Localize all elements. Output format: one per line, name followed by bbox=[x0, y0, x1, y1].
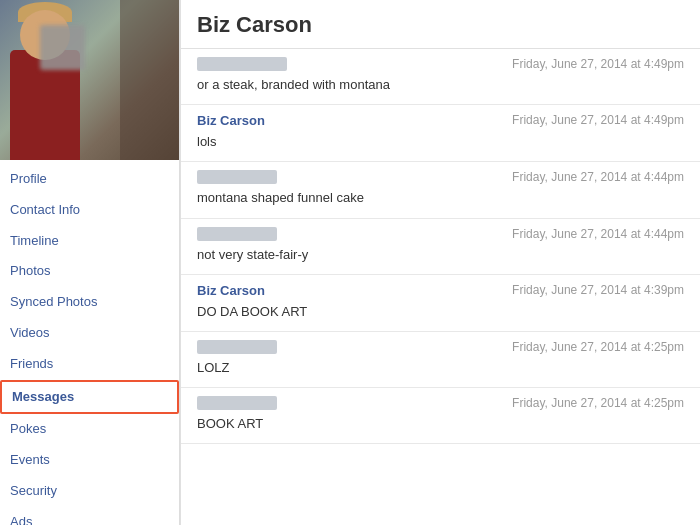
message-sender: Biz Carson bbox=[197, 283, 265, 298]
face-blur bbox=[40, 25, 85, 70]
message-row: Biz CarsonFriday, June 27, 2014 at 4:49p… bbox=[197, 113, 684, 128]
sidebar-item-messages[interactable]: Messages bbox=[0, 380, 179, 415]
message-row: Friday, June 27, 2014 at 4:25pm bbox=[197, 340, 684, 354]
sidebar-item-friends[interactable]: Friends bbox=[0, 349, 179, 380]
message-avatar bbox=[197, 170, 277, 184]
sidebar: ProfileContact InfoTimelinePhotosSynced … bbox=[0, 0, 180, 525]
message-row: Friday, June 27, 2014 at 4:25pm bbox=[197, 396, 684, 410]
message-row: Friday, June 27, 2014 at 4:49pm bbox=[197, 57, 684, 71]
sidebar-item-timeline[interactable]: Timeline bbox=[0, 226, 179, 257]
message-row: Biz CarsonFriday, June 27, 2014 at 4:39p… bbox=[197, 283, 684, 298]
message-timestamp: Friday, June 27, 2014 at 4:49pm bbox=[512, 57, 684, 71]
sidebar-nav: ProfileContact InfoTimelinePhotosSynced … bbox=[0, 160, 179, 525]
message-avatar bbox=[197, 340, 277, 354]
message-block: Friday, June 27, 2014 at 4:25pmLOLZ bbox=[181, 332, 700, 388]
sidebar-item-profile[interactable]: Profile bbox=[0, 164, 179, 195]
message-row: Friday, June 27, 2014 at 4:44pm bbox=[197, 170, 684, 184]
messages-list: Friday, June 27, 2014 at 4:49pmor a stea… bbox=[181, 49, 700, 444]
message-text: or a steak, branded with montana bbox=[197, 73, 684, 94]
message-timestamp: Friday, June 27, 2014 at 4:49pm bbox=[512, 113, 684, 127]
message-block: Friday, June 27, 2014 at 4:44pmnot very … bbox=[181, 219, 700, 275]
message-timestamp: Friday, June 27, 2014 at 4:44pm bbox=[512, 227, 684, 241]
main-content: Biz Carson Friday, June 27, 2014 at 4:49… bbox=[180, 0, 700, 525]
sidebar-item-synced-photos[interactable]: Synced Photos bbox=[0, 287, 179, 318]
message-text: BOOK ART bbox=[197, 412, 684, 433]
message-timestamp: Friday, June 27, 2014 at 4:44pm bbox=[512, 170, 684, 184]
message-timestamp: Friday, June 27, 2014 at 4:39pm bbox=[512, 283, 684, 297]
message-text: DO DA BOOK ART bbox=[197, 300, 684, 321]
message-avatar bbox=[197, 227, 277, 241]
sidebar-item-events[interactable]: Events bbox=[0, 445, 179, 476]
message-block: Friday, June 27, 2014 at 4:44pmmontana s… bbox=[181, 162, 700, 218]
sidebar-item-contact-info[interactable]: Contact Info bbox=[0, 195, 179, 226]
message-text: LOLZ bbox=[197, 356, 684, 377]
message-sender: Biz Carson bbox=[197, 113, 265, 128]
photo-bar bbox=[120, 0, 180, 160]
sidebar-item-photos[interactable]: Photos bbox=[0, 256, 179, 287]
message-block: Friday, June 27, 2014 at 4:25pmBOOK ART bbox=[181, 388, 700, 444]
message-row: Friday, June 27, 2014 at 4:44pm bbox=[197, 227, 684, 241]
message-block: Friday, June 27, 2014 at 4:49pmor a stea… bbox=[181, 49, 700, 105]
sidebar-item-videos[interactable]: Videos bbox=[0, 318, 179, 349]
message-block: Biz CarsonFriday, June 27, 2014 at 4:39p… bbox=[181, 275, 700, 332]
message-avatar bbox=[197, 57, 287, 71]
sidebar-item-security[interactable]: Security bbox=[0, 476, 179, 507]
message-timestamp: Friday, June 27, 2014 at 4:25pm bbox=[512, 396, 684, 410]
page-header: Biz Carson bbox=[181, 0, 700, 49]
message-text: montana shaped funnel cake bbox=[197, 186, 684, 207]
message-text: lols bbox=[197, 130, 684, 151]
message-avatar bbox=[197, 396, 277, 410]
sidebar-item-pokes[interactable]: Pokes bbox=[0, 414, 179, 445]
page-title: Biz Carson bbox=[197, 12, 684, 38]
sidebar-item-ads[interactable]: Ads bbox=[0, 507, 179, 525]
message-timestamp: Friday, June 27, 2014 at 4:25pm bbox=[512, 340, 684, 354]
message-text: not very state-fair-y bbox=[197, 243, 684, 264]
message-block: Biz CarsonFriday, June 27, 2014 at 4:49p… bbox=[181, 105, 700, 162]
profile-photo bbox=[0, 0, 180, 160]
